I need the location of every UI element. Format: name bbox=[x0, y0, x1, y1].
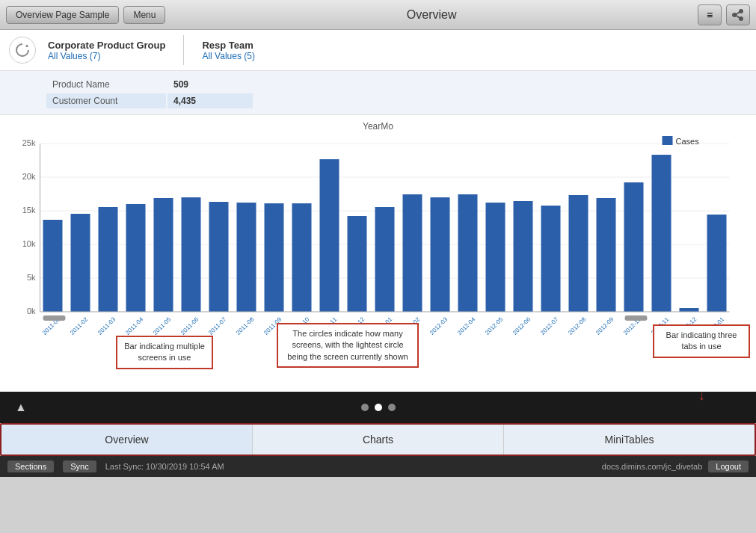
nav-dot-2[interactable] bbox=[375, 404, 382, 411]
table-row: Product Name 509 bbox=[46, 77, 253, 92]
svg-text:2011-05: 2011-05 bbox=[152, 315, 173, 336]
svg-text:2012-07: 2012-07 bbox=[539, 315, 560, 336]
svg-rect-22 bbox=[182, 197, 201, 312]
svg-text:5k: 5k bbox=[27, 273, 36, 282]
svg-text:2011-03: 2011-03 bbox=[96, 315, 117, 336]
tab-overview[interactable]: Overview bbox=[1, 425, 253, 455]
annotation-circles: The circles indicate how many screens, w… bbox=[277, 323, 419, 368]
svg-rect-34 bbox=[348, 216, 367, 312]
sync-button[interactable]: Sync bbox=[63, 460, 96, 472]
overview-page-sample-button[interactable]: Overview Page Sample bbox=[6, 6, 119, 24]
svg-rect-12 bbox=[43, 220, 63, 312]
filter-row: Corporate Product Group All Values (7) R… bbox=[0, 30, 756, 71]
svg-rect-38 bbox=[403, 194, 422, 312]
tab-minitables[interactable]: MiniTables bbox=[504, 425, 755, 455]
svg-rect-60 bbox=[707, 215, 727, 312]
bar-chart: 25k 20k 15k 10k 5k 0k 2011-01 2011-02 20… bbox=[7, 135, 749, 351]
nav-dots bbox=[361, 404, 396, 411]
corporate-product-group-filter[interactable]: Corporate Product Group All Values (7) bbox=[48, 40, 165, 61]
annotation-right-arrow: ↓ bbox=[698, 388, 705, 404]
header-left: Overview Page Sample Menu bbox=[6, 6, 165, 24]
group2-value: All Values (5) bbox=[202, 51, 254, 61]
svg-rect-58 bbox=[680, 308, 699, 312]
summary-table: Product Name 509 Customer Count 4,435 bbox=[45, 76, 254, 110]
chart-title: YearMo bbox=[7, 121, 749, 132]
value-product-name: 509 bbox=[168, 77, 253, 92]
list-icon-button[interactable]: ≡ bbox=[698, 4, 722, 25]
nav-bar: ▲ Bar indicating three tabs in use ↓ bbox=[0, 392, 756, 423]
svg-rect-52 bbox=[597, 198, 616, 312]
svg-text:2012-06: 2012-06 bbox=[511, 315, 532, 336]
svg-text:2011-02: 2011-02 bbox=[69, 315, 90, 336]
status-url: docs.dimins.com/jc_divetab bbox=[602, 462, 703, 471]
table-row: Customer Count 4,435 bbox=[46, 93, 253, 108]
value-customer-count: 4,435 bbox=[168, 93, 253, 108]
svg-text:25k: 25k bbox=[22, 138, 36, 147]
svg-text:15k: 15k bbox=[22, 206, 36, 215]
menu-button[interactable]: Menu bbox=[123, 6, 165, 24]
refresh-icon[interactable] bbox=[9, 37, 36, 64]
svg-text:0k: 0k bbox=[27, 306, 36, 315]
tab-bar: Overview Charts MiniTables bbox=[0, 423, 756, 456]
sections-button[interactable]: Sections bbox=[7, 460, 54, 472]
resp-team-filter[interactable]: Resp Team All Values (5) bbox=[202, 40, 254, 61]
last-sync-text: Last Sync: 10/30/2019 10:54 AM bbox=[105, 462, 224, 471]
label-customer-count: Customer Count bbox=[46, 93, 166, 108]
nav-dot-1[interactable] bbox=[361, 404, 369, 411]
svg-rect-24 bbox=[209, 202, 229, 312]
label-product-name: Product Name bbox=[46, 77, 166, 92]
svg-text:2012-09: 2012-09 bbox=[594, 315, 615, 336]
svg-rect-64 bbox=[43, 315, 66, 321]
svg-text:2012-05: 2012-05 bbox=[484, 315, 505, 336]
logout-button[interactable]: Logout bbox=[708, 460, 749, 472]
group1-label: Corporate Product Group bbox=[48, 40, 165, 51]
svg-text:2011-08: 2011-08 bbox=[235, 315, 256, 336]
svg-rect-48 bbox=[541, 206, 561, 312]
share-icon-button[interactable] bbox=[726, 4, 750, 25]
svg-rect-36 bbox=[375, 207, 395, 312]
svg-rect-16 bbox=[99, 207, 118, 312]
svg-text:2012-03: 2012-03 bbox=[428, 315, 449, 336]
svg-text:2012-04: 2012-04 bbox=[456, 315, 477, 336]
annotation-three-tabs: Bar indicating three tabs in use bbox=[653, 324, 750, 358]
svg-rect-56 bbox=[652, 155, 672, 312]
svg-text:2011-04: 2011-04 bbox=[124, 315, 145, 336]
svg-rect-40 bbox=[431, 197, 450, 312]
header-bar: Overview Page Sample Menu Overview ≡ bbox=[0, 0, 756, 30]
svg-rect-44 bbox=[486, 203, 505, 312]
svg-rect-30 bbox=[292, 203, 312, 312]
annotation-multiple-screens: Bar indicating multiple screens in use bbox=[116, 336, 213, 369]
svg-text:Cases: Cases bbox=[676, 137, 700, 146]
svg-rect-28 bbox=[265, 203, 284, 312]
tab-charts[interactable]: Charts bbox=[253, 425, 504, 455]
svg-rect-46 bbox=[514, 201, 533, 312]
header-right: ≡ bbox=[698, 4, 750, 25]
share-icon bbox=[732, 9, 744, 21]
status-left: Sections Sync Last Sync: 10/30/2019 10:5… bbox=[7, 460, 224, 472]
svg-rect-26 bbox=[237, 203, 256, 312]
svg-rect-54 bbox=[624, 182, 644, 312]
svg-rect-65 bbox=[625, 315, 648, 321]
filter-separator bbox=[183, 35, 184, 65]
status-right: docs.dimins.com/jc_divetab Logout bbox=[602, 460, 749, 472]
svg-rect-20 bbox=[154, 198, 173, 312]
group1-value: All Values (7) bbox=[48, 51, 165, 61]
nav-left-arrow[interactable]: ▲ bbox=[15, 401, 27, 414]
svg-text:2011-07: 2011-07 bbox=[207, 315, 228, 336]
chart-section: YearMo Bar indicating multiple screens i… bbox=[0, 115, 756, 392]
status-bar: Sections Sync Last Sync: 10/30/2019 10:5… bbox=[0, 456, 756, 477]
page-title: Overview bbox=[165, 8, 698, 22]
svg-rect-18 bbox=[126, 204, 146, 312]
svg-text:2012-08: 2012-08 bbox=[567, 315, 588, 336]
svg-text:2011-06: 2011-06 bbox=[179, 315, 200, 336]
svg-rect-62 bbox=[663, 136, 673, 145]
svg-rect-50 bbox=[569, 195, 588, 312]
svg-rect-42 bbox=[458, 194, 478, 312]
svg-text:20k: 20k bbox=[22, 172, 36, 181]
nav-dot-3[interactable] bbox=[388, 404, 396, 411]
data-table-section: Product Name 509 Customer Count 4,435 bbox=[0, 71, 756, 115]
svg-rect-32 bbox=[320, 159, 339, 312]
svg-rect-14 bbox=[71, 214, 90, 312]
svg-text:10k: 10k bbox=[22, 239, 36, 248]
group2-label: Resp Team bbox=[202, 40, 254, 51]
